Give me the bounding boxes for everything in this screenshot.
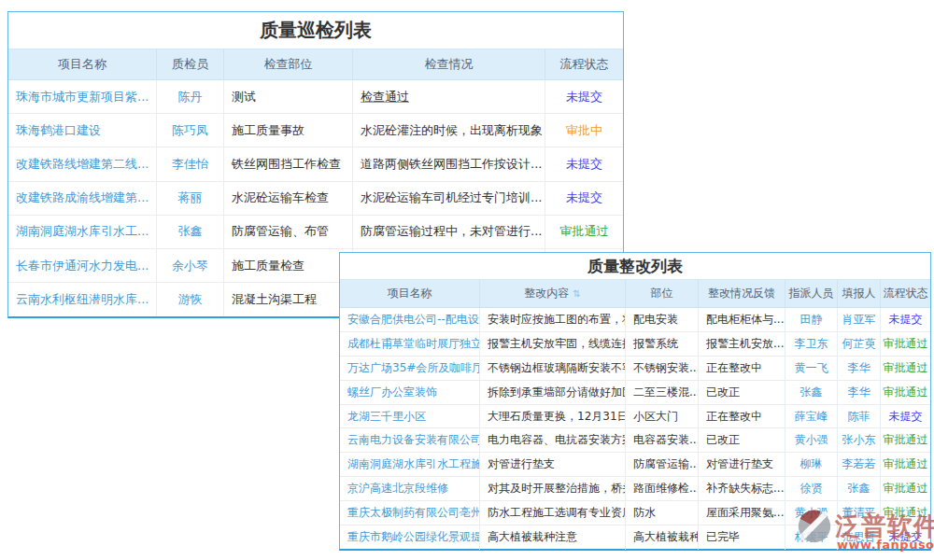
project-link[interactable]: 改建铁路线增建第二线... xyxy=(8,147,157,181)
project-link[interactable]: 云南电力设备安装有限公司20... xyxy=(340,428,480,453)
inspector-link[interactable]: 游恢 xyxy=(157,283,224,316)
table-row: 京沪高速北京段维修 对其及时开展整治措施，桥头... 路面维修检... 补齐缺失… xyxy=(340,477,930,501)
content-cell: 拆除到承重墙部分请做好加固... xyxy=(480,381,626,405)
feedback-cell: 已改正 xyxy=(699,428,785,453)
reporter-link[interactable]: 李华 xyxy=(838,357,881,381)
table-row: 重庆太极制药有限公司亳州中... 防水工程施工选调有专业资质... 防水 屋面采… xyxy=(340,501,930,525)
part-cell: 测试 xyxy=(224,80,353,114)
assignee-link[interactable]: 田静 xyxy=(785,308,838,332)
feedback-cell: 正在整改中 xyxy=(699,357,785,381)
project-link[interactable]: 云南水利枢纽潜明水库... xyxy=(8,283,157,316)
reporter-link[interactable]: 范思哲 xyxy=(838,525,881,550)
project-link[interactable]: 长春市伊通河水力发电... xyxy=(8,249,157,283)
col-header-content[interactable]: 整改内容 ⇅ xyxy=(480,280,626,308)
reporter-link[interactable]: 张鑫 xyxy=(838,477,881,501)
part-cell: 施工质量检查 xyxy=(224,249,353,283)
feedback-cell: 屋面采用聚氨... xyxy=(699,501,785,525)
col-header-assignee: 指派人员 xyxy=(785,280,838,308)
feedback-cell: 已完毕 xyxy=(699,525,785,550)
project-link[interactable]: 安徽合肥供电公司--配电设备... xyxy=(340,308,480,332)
status-badge: 审批通过 xyxy=(545,216,623,249)
col-header-part: 部位 xyxy=(626,280,699,308)
part-cell: 施工质量事故 xyxy=(224,114,353,147)
inspector-link[interactable]: 陈丹 xyxy=(157,80,224,114)
assignee-link[interactable]: 林康平 xyxy=(785,525,838,550)
reporter-link[interactable]: 李若若 xyxy=(838,453,881,477)
project-link[interactable]: 京沪高速北京段维修 xyxy=(340,477,480,501)
feedback-cell: 对管进行垫支 xyxy=(699,453,785,477)
assignee-link[interactable]: 李卫东 xyxy=(785,332,838,357)
reporter-link[interactable]: 何芷萸 xyxy=(838,332,881,357)
table-row: 珠海鹤港口建设 陈巧凤 施工质量事故 水泥砼灌注的时候，出现离析现象 审批中 xyxy=(8,114,623,147)
reporter-link[interactable]: 董清平 xyxy=(838,501,881,525)
assignee-link[interactable]: 徐贤 xyxy=(785,477,838,501)
project-link[interactable]: 湖南洞庭湖水库引水工程施工I标 xyxy=(340,453,480,477)
assignee-link[interactable]: 黄小强 xyxy=(785,501,838,525)
assignee-link[interactable]: 黄小强 xyxy=(785,428,838,453)
status-badge: 审批通过 xyxy=(881,332,930,357)
feedback-cell: 配电柜柜体与... xyxy=(699,308,785,332)
content-cell: 电力电容器、电抗器安装方案... xyxy=(480,428,626,453)
reporter-link[interactable]: 肖亚军 xyxy=(838,308,881,332)
part-cell: 混凝土沟渠工程 xyxy=(224,283,353,316)
feedback-cell: 已改正 xyxy=(699,381,785,405)
project-link[interactable]: 螺丝厂办公室装饰 xyxy=(340,381,480,405)
content-cell: 高大植被栽种注意 xyxy=(480,525,626,550)
table-row: 湖南洞庭湖水库引水工... 张鑫 防腐管运输、布管 防腐管运输过程中，未对管进行… xyxy=(8,216,623,249)
project-link[interactable]: 重庆市鹅岭公园绿化景观提升... xyxy=(340,525,480,550)
part-cell: 二至三楼混... xyxy=(626,381,699,405)
content-cell: 报警主机安放牢固，线缆连接... xyxy=(480,332,626,357)
assignee-link[interactable]: 黄一飞 xyxy=(785,357,838,381)
col-header-project: 项目名称 xyxy=(340,280,480,308)
inspector-link[interactable]: 蒋丽 xyxy=(157,182,224,216)
detail-cell: 道路两侧铁丝网围挡工作按设计... xyxy=(353,147,545,181)
col-header-inspector: 质检员 xyxy=(157,49,224,80)
project-link[interactable]: 龙湖三千里小区 xyxy=(340,405,480,429)
inspector-link[interactable]: 陈巧凤 xyxy=(157,114,224,147)
inspector-link[interactable]: 李佳怡 xyxy=(157,147,224,181)
project-link[interactable]: 成都杜甫草堂临时展厅独立展... xyxy=(340,332,480,357)
content-cell: 防水工程施工选调有专业资质... xyxy=(480,501,626,525)
status-badge: 未提交 xyxy=(545,147,623,181)
col-header-reporter: 填报人 xyxy=(838,280,881,308)
project-link[interactable]: 万达广场35#会所及咖啡厅空... xyxy=(340,357,480,381)
reporter-link[interactable]: 李华 xyxy=(838,381,881,405)
table-row: 珠海市城市更新项目紫... 陈丹 测试 检查通过 未提交 xyxy=(8,80,623,114)
table-row: 湖南洞庭湖水库引水工程施工I标 对管进行垫支 防腐管运输... 对管进行垫支 柳… xyxy=(340,453,930,477)
status-badge: 未提交 xyxy=(881,405,930,429)
project-link[interactable]: 珠海市城市更新项目紫... xyxy=(8,80,157,114)
inspection-table-header: 项目名称 质检员 检查部位 检查情况 流程状态 xyxy=(8,49,623,80)
reporter-link[interactable]: 陈菲 xyxy=(838,405,881,429)
table-row: 云南电力设备安装有限公司20... 电力电容器、电抗器安装方案... 电容器安装… xyxy=(340,428,930,453)
status-badge: 审批通过 xyxy=(881,357,930,381)
feedback-cell: 正在整改中 xyxy=(699,405,785,429)
rectification-table-title: 质量整改列表 xyxy=(340,253,930,280)
project-link[interactable]: 重庆太极制药有限公司亳州中... xyxy=(340,501,480,525)
content-cell: 对管进行垫支 xyxy=(480,453,626,477)
sort-icon[interactable]: ⇅ xyxy=(573,289,580,299)
detail-cell: 检查通过 xyxy=(353,80,545,114)
col-header-detail: 检查情况 xyxy=(353,49,545,80)
inspector-link[interactable]: 张鑫 xyxy=(157,216,224,249)
assignee-link[interactable]: 薛宝峰 xyxy=(785,405,838,429)
inspector-link[interactable]: 余小琴 xyxy=(157,249,224,283)
feedback-cell: 补齐缺失标志... xyxy=(699,477,785,501)
project-link[interactable]: 湖南洞庭湖水库引水工... xyxy=(8,216,157,249)
part-cell: 高大植被栽种 xyxy=(626,525,699,550)
detail-cell: 水泥砼运输车司机经过专门培训... xyxy=(353,182,545,216)
status-badge: 审批通过 xyxy=(881,381,930,405)
col-header-content-label: 整改内容 xyxy=(524,286,569,301)
part-cell: 配电安装 xyxy=(626,308,699,332)
reporter-link[interactable]: 张小东 xyxy=(838,428,881,453)
content-cell: 不锈钢边框玻璃隔断安装不牢... xyxy=(480,357,626,381)
table-row: 螺丝厂办公室装饰 拆除到承重墙部分请做好加固... 二至三楼混... 已改正 张… xyxy=(340,381,930,405)
part-cell: 防水 xyxy=(626,501,699,525)
rectification-table-header: 项目名称 整改内容 ⇅ 部位 整改情况反馈 指派人员 填报人 流程状态 xyxy=(340,280,930,308)
content-cell: 对其及时开展整治措施，桥头... xyxy=(480,477,626,501)
project-link[interactable]: 改建铁路成渝线增建第... xyxy=(8,182,157,216)
table-row: 龙湖三千里小区 大理石质量更换，12月31日之... 小区大门 正在整改中 薛宝… xyxy=(340,405,930,429)
assignee-link[interactable]: 柳琳 xyxy=(785,453,838,477)
project-link[interactable]: 珠海鹤港口建设 xyxy=(8,114,157,147)
table-row: 成都杜甫草堂临时展厅独立展... 报警主机安放牢固，线缆连接... 报警系统 报… xyxy=(340,332,930,357)
assignee-link[interactable]: 张鑫 xyxy=(785,381,838,405)
